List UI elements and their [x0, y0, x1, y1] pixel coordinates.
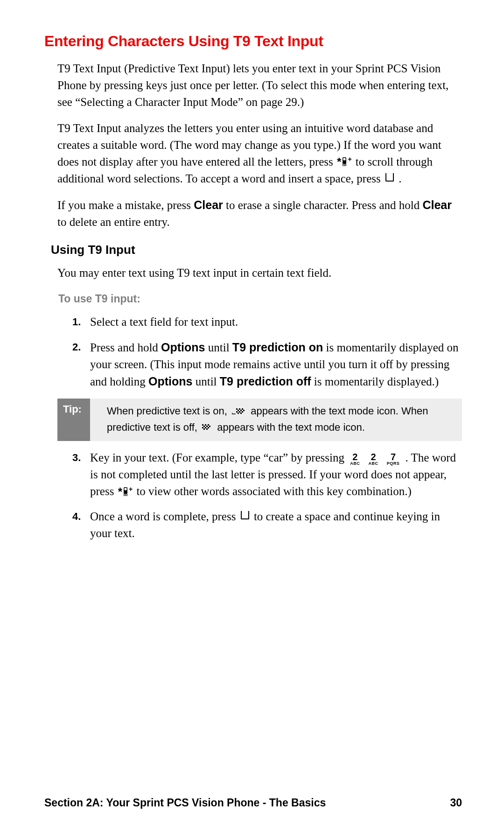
tip-content: When predictive text is on, appears with… — [90, 399, 462, 441]
step3-text-c: to view other words associated with this… — [136, 485, 411, 497]
svg-rect-16 — [238, 413, 239, 414]
steps-list: 1. Select a text field for text input. 2… — [72, 314, 462, 390]
star-key-icon-b: *+ — [118, 486, 133, 497]
svg-rect-7 — [236, 408, 238, 410]
step-3: 3. Key in your text. (For example, type … — [72, 449, 462, 500]
svg-rect-20 — [208, 424, 209, 426]
options-label-2: Options — [148, 375, 192, 388]
steps-heading: To use T9 input: — [58, 293, 462, 305]
svg-rect-12 — [243, 410, 245, 411]
step-4: 4. Once a word is complete, press to cre… — [72, 508, 462, 542]
svg-rect-24 — [202, 427, 203, 428]
page-number: 30 — [450, 797, 462, 809]
predictive-off-icon — [202, 420, 212, 435]
step-1: 1. Select a text field for text input. — [72, 314, 462, 330]
step2-text-a: Press and hold — [90, 341, 161, 354]
sub-intro: You may enter text using T9 text input i… — [57, 265, 462, 281]
svg-rect-9 — [242, 408, 243, 410]
svg-rect-27 — [203, 428, 205, 430]
sub-heading: Using T9 Input — [51, 243, 462, 257]
t9-off-label: T9 prediction off — [220, 375, 311, 388]
step-num-3: 3. — [72, 450, 81, 465]
svg-rect-23 — [209, 426, 210, 427]
main-heading: Entering Characters Using T9 Text Input — [44, 33, 462, 50]
predictive-on-icon — [232, 404, 246, 420]
options-label-1: Options — [161, 341, 205, 354]
para3-text-a: If you make a mistake, press — [57, 199, 194, 211]
footer-section-text: Section 2A: Your Sprint PCS Vision Phone… — [44, 797, 326, 809]
svg-rect-10 — [238, 410, 239, 411]
tip-label: Tip: — [57, 399, 90, 441]
paragraph-1: T9 Text Input (Predictive Text Input) le… — [57, 60, 462, 111]
space-key-icon-b — [241, 511, 249, 519]
clear-label-2: Clear — [422, 198, 452, 211]
svg-rect-30 — [124, 488, 126, 490]
tip-text-c: appears with the text mode icon. — [217, 421, 365, 433]
step-num-4: 4. — [72, 509, 81, 524]
svg-rect-17 — [240, 413, 242, 414]
svg-rect-15 — [242, 411, 243, 413]
paragraph-2: T9 Text Input analyzes the letters you e… — [57, 120, 462, 187]
svg-rect-13 — [236, 411, 238, 413]
step4-text-a: Once a word is complete, press — [90, 510, 239, 523]
star-key-icon: *+ — [337, 156, 352, 168]
page-footer: Section 2A: Your Sprint PCS Vision Phone… — [44, 797, 462, 809]
svg-rect-1 — [343, 158, 346, 161]
svg-rect-11 — [240, 410, 242, 411]
step3-text-a: Key in your text. (For example, type “ca… — [90, 451, 347, 464]
step-2: 2. Press and hold Options until T9 predi… — [72, 339, 462, 390]
tip-text-a: When predictive text is on, — [107, 405, 230, 417]
space-key-icon — [385, 173, 394, 182]
svg-rect-22 — [206, 426, 208, 427]
para2-text-c: . — [399, 172, 401, 185]
clear-label-1: Clear — [194, 198, 223, 211]
svg-rect-26 — [208, 427, 209, 428]
svg-rect-18 — [202, 424, 203, 426]
step2-text-b: until — [208, 341, 232, 354]
steps-list-2: 3. Key in your text. (For example, type … — [72, 449, 462, 542]
svg-rect-14 — [239, 411, 240, 413]
svg-rect-21 — [203, 426, 205, 427]
step-num-1: 1. — [72, 315, 81, 329]
step2-text-d: until — [196, 375, 220, 388]
key-7-pqrs-icon: 7PQRS — [387, 452, 400, 466]
para3-text-b: to erase a single character. Press and h… — [226, 199, 422, 211]
key-2-abc-icon: 2ABC — [350, 452, 360, 466]
t9-on-label: T9 prediction on — [232, 341, 323, 354]
svg-rect-8 — [239, 408, 240, 410]
svg-rect-28 — [206, 428, 208, 430]
step2-text-e: is momentarily displayed.) — [314, 375, 439, 388]
step1-text: Select a text field for text input. — [90, 315, 238, 328]
step-num-2: 2. — [72, 340, 81, 355]
svg-rect-25 — [205, 427, 206, 428]
para3-text-c: to delete an entire entry. — [57, 216, 170, 228]
svg-rect-19 — [205, 424, 206, 426]
key-2-abc-icon-b: 2ABC — [368, 452, 378, 466]
tip-box: Tip: When predictive text is on, appears… — [57, 399, 462, 441]
paragraph-3: If you make a mistake, press Clear to er… — [57, 196, 462, 231]
